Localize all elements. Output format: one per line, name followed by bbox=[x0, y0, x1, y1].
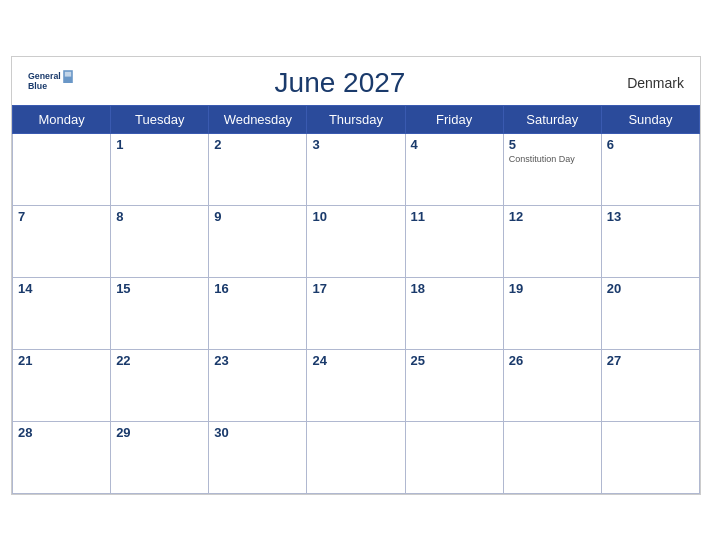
week-row-1: 12345Constitution Day6 bbox=[13, 133, 700, 205]
calendar-cell bbox=[503, 421, 601, 493]
calendar-cell: 5Constitution Day bbox=[503, 133, 601, 205]
day-number: 19 bbox=[509, 281, 596, 296]
day-number: 23 bbox=[214, 353, 301, 368]
weekday-header-sunday: Sunday bbox=[601, 105, 699, 133]
holiday-label: Constitution Day bbox=[509, 154, 596, 165]
calendar-cell: 30 bbox=[209, 421, 307, 493]
calendar-title: June 2027 bbox=[275, 67, 406, 99]
week-row-5: 282930 bbox=[13, 421, 700, 493]
calendar-cell: 1 bbox=[111, 133, 209, 205]
day-number: 13 bbox=[607, 209, 694, 224]
calendar-cell: 12 bbox=[503, 205, 601, 277]
calendar-cell: 20 bbox=[601, 277, 699, 349]
day-number: 2 bbox=[214, 137, 301, 152]
calendar-cell: 29 bbox=[111, 421, 209, 493]
calendar-body: 12345Constitution Day6789101112131415161… bbox=[13, 133, 700, 493]
day-number: 6 bbox=[607, 137, 694, 152]
day-number: 11 bbox=[411, 209, 498, 224]
calendar-cell: 22 bbox=[111, 349, 209, 421]
calendar-cell: 28 bbox=[13, 421, 111, 493]
calendar-cell: 24 bbox=[307, 349, 405, 421]
weekday-header-wednesday: Wednesday bbox=[209, 105, 307, 133]
calendar-cell: 27 bbox=[601, 349, 699, 421]
day-number: 29 bbox=[116, 425, 203, 440]
calendar-cell bbox=[405, 421, 503, 493]
calendar-cell: 2 bbox=[209, 133, 307, 205]
day-number: 9 bbox=[214, 209, 301, 224]
svg-text:General: General bbox=[28, 71, 61, 81]
calendar-table: MondayTuesdayWednesdayThursdayFridaySatu… bbox=[12, 105, 700, 494]
calendar-cell: 14 bbox=[13, 277, 111, 349]
calendar-cell: 9 bbox=[209, 205, 307, 277]
day-number: 10 bbox=[312, 209, 399, 224]
day-number: 8 bbox=[116, 209, 203, 224]
day-number: 26 bbox=[509, 353, 596, 368]
calendar-cell: 10 bbox=[307, 205, 405, 277]
calendar-cell: 21 bbox=[13, 349, 111, 421]
day-number: 17 bbox=[312, 281, 399, 296]
day-number: 3 bbox=[312, 137, 399, 152]
day-number: 5 bbox=[509, 137, 596, 152]
calendar-thead: MondayTuesdayWednesdayThursdayFridaySatu… bbox=[13, 105, 700, 133]
calendar-cell: 17 bbox=[307, 277, 405, 349]
calendar-cell: 25 bbox=[405, 349, 503, 421]
weekday-header-thursday: Thursday bbox=[307, 105, 405, 133]
day-number: 7 bbox=[18, 209, 105, 224]
day-number: 1 bbox=[116, 137, 203, 152]
week-row-2: 78910111213 bbox=[13, 205, 700, 277]
weekday-header-friday: Friday bbox=[405, 105, 503, 133]
svg-marker-3 bbox=[65, 71, 71, 76]
day-number: 22 bbox=[116, 353, 203, 368]
calendar-cell: 18 bbox=[405, 277, 503, 349]
svg-text:Blue: Blue bbox=[28, 81, 47, 91]
weekday-header-monday: Monday bbox=[13, 105, 111, 133]
calendar-cell: 16 bbox=[209, 277, 307, 349]
day-number: 15 bbox=[116, 281, 203, 296]
weekday-header-row: MondayTuesdayWednesdayThursdayFridaySatu… bbox=[13, 105, 700, 133]
generalblue-logo: General Blue bbox=[28, 68, 76, 98]
day-number: 12 bbox=[509, 209, 596, 224]
day-number: 18 bbox=[411, 281, 498, 296]
calendar-cell: 3 bbox=[307, 133, 405, 205]
week-row-4: 21222324252627 bbox=[13, 349, 700, 421]
calendar-cell: 6 bbox=[601, 133, 699, 205]
calendar-cell: 4 bbox=[405, 133, 503, 205]
calendar-cell: 23 bbox=[209, 349, 307, 421]
calendar-cell: 26 bbox=[503, 349, 601, 421]
day-number: 25 bbox=[411, 353, 498, 368]
day-number: 20 bbox=[607, 281, 694, 296]
calendar-cell: 15 bbox=[111, 277, 209, 349]
country-label: Denmark bbox=[604, 75, 684, 91]
day-number: 16 bbox=[214, 281, 301, 296]
day-number: 14 bbox=[18, 281, 105, 296]
calendar-cell: 8 bbox=[111, 205, 209, 277]
day-number: 4 bbox=[411, 137, 498, 152]
calendar-cell: 7 bbox=[13, 205, 111, 277]
week-row-3: 14151617181920 bbox=[13, 277, 700, 349]
day-number: 24 bbox=[312, 353, 399, 368]
calendar-cell: 13 bbox=[601, 205, 699, 277]
calendar-header: General Blue June 2027 Denmark bbox=[12, 57, 700, 105]
weekday-header-saturday: Saturday bbox=[503, 105, 601, 133]
day-number: 28 bbox=[18, 425, 105, 440]
calendar-cell bbox=[13, 133, 111, 205]
calendar-cell: 19 bbox=[503, 277, 601, 349]
calendar-cell bbox=[307, 421, 405, 493]
day-number: 21 bbox=[18, 353, 105, 368]
calendar-cell: 11 bbox=[405, 205, 503, 277]
day-number: 30 bbox=[214, 425, 301, 440]
weekday-header-tuesday: Tuesday bbox=[111, 105, 209, 133]
calendar-cell bbox=[601, 421, 699, 493]
day-number: 27 bbox=[607, 353, 694, 368]
calendar-container: General Blue June 2027 Denmark MondayTue… bbox=[11, 56, 701, 495]
logo-area: General Blue bbox=[28, 68, 76, 98]
